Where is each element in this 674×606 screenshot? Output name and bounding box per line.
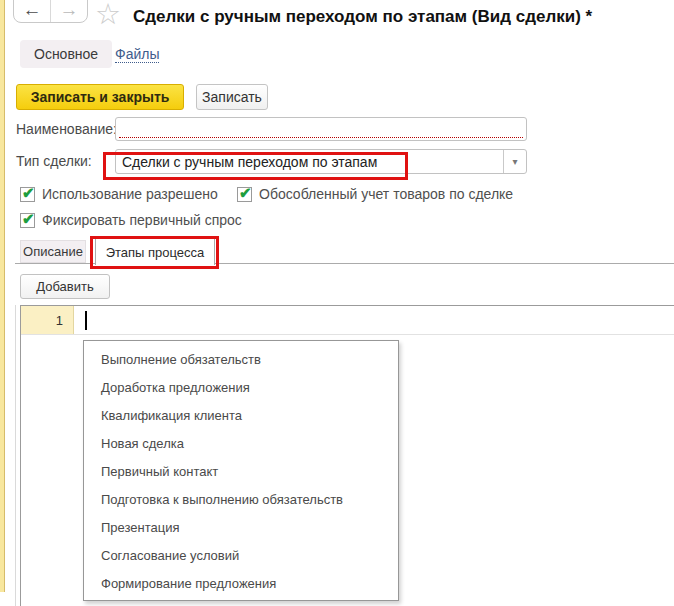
- name-field-wrapper: [115, 117, 527, 141]
- chevron-down-icon: ▾: [512, 156, 517, 167]
- back-button[interactable]: ←: [14, 0, 50, 22]
- form-group-border: [15, 305, 16, 606]
- dropdown-option[interactable]: Презентация: [84, 514, 398, 542]
- history-nav-group: ← →: [13, 0, 88, 23]
- deal-type-input[interactable]: [116, 150, 503, 173]
- checkbox-usage-allowed-label: Использование разрешено: [42, 186, 218, 202]
- dropdown-option[interactable]: Подготовка к выполнению обязательств: [84, 486, 398, 514]
- tab-description[interactable]: Описание: [20, 240, 86, 263]
- add-row-button[interactable]: Добавить: [20, 274, 110, 299]
- row-number-cell[interactable]: 1: [21, 306, 74, 334]
- text-cursor: [85, 311, 87, 330]
- checkbox-fix-primary-demand[interactable]: ✔: [20, 213, 35, 228]
- favorites-star-icon[interactable]: ☆: [95, 0, 121, 29]
- checkbox-fix-primary-demand-label: Фиксировать первичный спрос: [42, 212, 242, 228]
- save-and-close-button[interactable]: Записать и закрыть: [16, 84, 184, 110]
- dropdown-option[interactable]: Согласование условий: [84, 542, 398, 570]
- dropdown-option[interactable]: Доработка предложения: [84, 374, 398, 402]
- table-row: 1: [21, 306, 674, 335]
- checkbox-usage-allowed[interactable]: ✔: [20, 187, 35, 202]
- stage-name-edit-cell[interactable]: [74, 306, 674, 334]
- nav-tab-main[interactable]: Основное: [20, 40, 112, 68]
- dropdown-option[interactable]: Формирование предложения: [84, 570, 398, 598]
- dropdown-option[interactable]: Выполнение обязательств: [84, 346, 398, 374]
- forward-button[interactable]: →: [50, 0, 87, 22]
- check-icon: ✔: [239, 184, 252, 202]
- check-icon: ✔: [22, 210, 35, 228]
- deal-type-combobox: ▾: [115, 149, 527, 174]
- check-icon: ✔: [22, 184, 35, 202]
- forward-arrow-icon: →: [60, 0, 79, 20]
- deal-type-label: Тип сделки:: [16, 153, 92, 169]
- back-arrow-icon: ←: [23, 0, 42, 20]
- nav-link-files[interactable]: Файлы: [115, 46, 159, 63]
- tab-process-stages[interactable]: Этапы процесса: [95, 238, 215, 265]
- dropdown-option[interactable]: Первичный контакт: [84, 458, 398, 486]
- deal-type-dropdown-button[interactable]: ▾: [503, 150, 526, 173]
- dropdown-option[interactable]: Новая сделка: [84, 430, 398, 458]
- save-button[interactable]: Записать: [196, 84, 268, 110]
- checkbox-separate-goods-accounting-label: Обособленный учет товаров по сделке: [259, 186, 513, 202]
- required-field-underline: [119, 137, 523, 138]
- checkbox-separate-goods-accounting[interactable]: ✔: [237, 187, 252, 202]
- stage-options-dropdown: Выполнение обязательств Доработка предло…: [83, 340, 399, 601]
- dropdown-option[interactable]: Квалификация клиента: [84, 402, 398, 430]
- page-title: Сделки с ручным переходом по этапам (Вид…: [133, 7, 592, 27]
- name-field-label: Наименование:: [16, 121, 117, 137]
- window-edge-strip: [0, 0, 5, 592]
